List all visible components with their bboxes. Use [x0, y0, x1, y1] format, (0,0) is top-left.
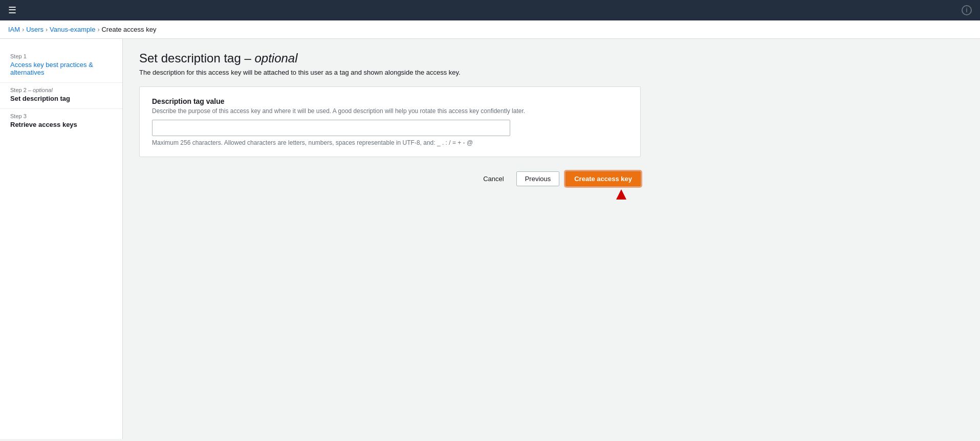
field-hint: Describe the purpose of this access key … — [152, 107, 628, 115]
actions-bar: Cancel Previous Create access key — [139, 171, 641, 186]
sidebar-step-3: Step 3 Retrieve access keys — [0, 109, 122, 135]
sidebar-step-2: Step 2 – optional Set description tag — [0, 83, 122, 109]
step-3-name: Retrieve access keys — [10, 121, 112, 128]
info-icon[interactable]: i — [962, 5, 972, 15]
hamburger-icon[interactable]: ☰ — [6, 3, 18, 18]
top-bar: ☰ — [0, 0, 980, 20]
page-subtitle: The description for this access key will… — [139, 69, 964, 76]
content-area: Set description tag – optional The descr… — [123, 39, 980, 439]
arrow-up-icon — [616, 189, 626, 200]
create-access-key-button[interactable]: Create access key — [565, 171, 641, 186]
breadcrumb-sep-2: › — [46, 26, 48, 33]
field-constraint: Maximum 256 characters. Allowed characte… — [152, 139, 628, 146]
previous-button[interactable]: Previous — [516, 171, 560, 186]
breadcrumb-iam[interactable]: IAM — [8, 26, 20, 33]
breadcrumb-vanus-example[interactable]: Vanus-example — [50, 26, 95, 33]
sidebar: Step 1 Access key best practices & alter… — [0, 39, 123, 439]
page-title: Set description tag – optional — [139, 51, 964, 65]
step-3-label: Step 3 — [10, 113, 112, 119]
breadcrumb-current: Create access key — [101, 26, 156, 33]
sidebar-step-1: Step 1 Access key best practices & alter… — [0, 49, 122, 83]
main-layout: Step 1 Access key best practices & alter… — [0, 39, 980, 439]
breadcrumb-sep-1: › — [22, 26, 24, 33]
field-label: Description tag value — [152, 97, 628, 105]
breadcrumb: IAM › Users › Vanus-example › Create acc… — [0, 20, 980, 39]
step-2-name: Set description tag — [10, 95, 112, 102]
breadcrumb-sep-3: › — [97, 26, 99, 33]
step-1-label: Step 1 — [10, 53, 112, 59]
description-card: Description tag value Describe the purpo… — [139, 86, 641, 157]
arrow-indicator — [139, 189, 641, 200]
breadcrumb-users[interactable]: Users — [26, 26, 43, 33]
description-input[interactable] — [152, 120, 510, 136]
step-2-label: Step 2 – optional — [10, 87, 112, 93]
step-1-name[interactable]: Access key best practices & alternatives — [10, 61, 93, 76]
cancel-button[interactable]: Cancel — [477, 172, 510, 186]
